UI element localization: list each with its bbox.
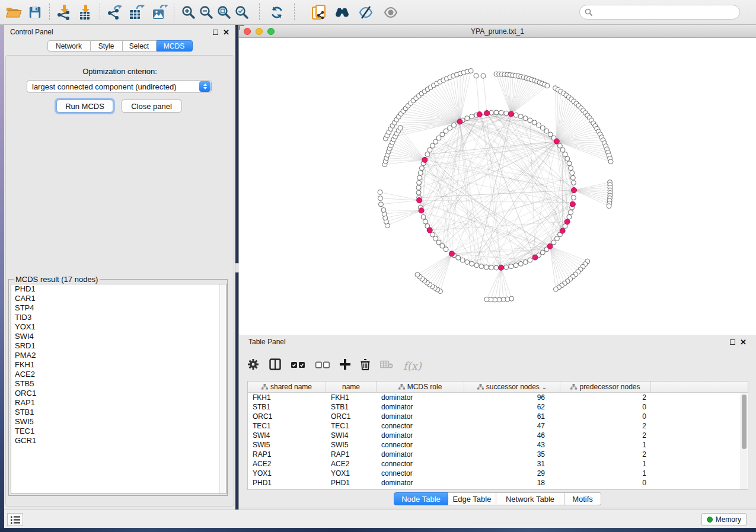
table-row[interactable]: SWI5SWI5connector431 <box>248 440 748 450</box>
network-document-icon[interactable] <box>310 4 328 21</box>
task-history-button[interactable] <box>7 513 23 526</box>
table-cell: 2 <box>560 450 651 459</box>
table-cell: dominator <box>377 479 464 487</box>
refresh-icon[interactable] <box>268 4 286 21</box>
show-details-icon[interactable] <box>382 4 400 21</box>
tab-style[interactable]: Style <box>91 40 123 52</box>
table-cell: ORC1 <box>326 412 377 421</box>
mcds-list-item[interactable]: YOX1 <box>11 322 226 332</box>
column-selector-icon[interactable] <box>269 358 281 373</box>
table-scrollbar-track[interactable] <box>741 393 747 489</box>
export-image-icon[interactable] <box>151 4 168 21</box>
table-cell: TEC1 <box>248 422 326 430</box>
table-cell: FKH1 <box>248 393 326 402</box>
table-row[interactable]: ORC1ORC1dominator610 <box>248 412 748 421</box>
tab-network-table[interactable]: Network Table <box>496 492 564 505</box>
table-cell: connector <box>377 422 464 430</box>
mcds-list-item[interactable]: STB5 <box>11 379 226 389</box>
table-row[interactable]: RAP1RAP1dominator352 <box>248 450 748 459</box>
tab-mcds[interactable]: MCDS <box>157 40 193 52</box>
table-row[interactable]: FKH1FKH1dominator962 <box>248 393 748 402</box>
tab-node-table[interactable]: Node Table <box>394 492 448 505</box>
table-row[interactable]: ACE2ACE2connector311 <box>248 459 748 469</box>
mcds-list-item[interactable]: TEC1 <box>11 427 226 436</box>
delete-icon[interactable] <box>361 359 370 373</box>
tab-edge-table[interactable]: Edge Table <box>448 492 496 505</box>
mcds-list-item[interactable]: SRD1 <box>11 341 226 351</box>
table-row[interactable]: TEC1TEC1connector472 <box>248 421 748 431</box>
deselect-all-icon[interactable] <box>315 360 330 371</box>
table-cell: 35 <box>464 450 560 459</box>
table-cell: PHD1 <box>326 479 377 487</box>
mcds-list-item[interactable]: CAR1 <box>11 294 226 303</box>
zoom-selected-icon[interactable] <box>233 4 251 21</box>
table-cell: 1 <box>560 441 651 449</box>
list-scrollbar-track[interactable] <box>219 284 226 493</box>
hide-details-icon[interactable] <box>357 4 375 21</box>
table-row[interactable]: SWI4SWI4dominator462 <box>248 431 748 440</box>
run-mcds-button[interactable]: Run MCDS <box>56 100 113 113</box>
mcds-list-item[interactable]: PHD1 <box>11 284 226 294</box>
network-window-titlebar[interactable]: YPA_prune.txt_1 <box>239 25 756 38</box>
table-row[interactable]: PHD1PHD1dominator180 <box>248 478 748 488</box>
mcds-list-item[interactable]: ACE2 <box>11 370 226 379</box>
zoom-out-icon[interactable] <box>197 4 215 21</box>
mcds-list-item[interactable]: ORC1 <box>11 389 226 398</box>
float-panel-icon[interactable] <box>213 30 218 35</box>
search-input[interactable] <box>579 5 740 20</box>
column-header-predecessor-nodes[interactable]: predecessor nodes <box>560 382 651 392</box>
add-icon[interactable] <box>340 359 350 372</box>
zoom-in-icon[interactable] <box>180 4 197 21</box>
mcds-result-list[interactable]: PHD1CAR1STP4TID3YOX1SWI4SRD1PMA2FKH1ACE2… <box>11 284 227 494</box>
table-cell: 1 <box>560 460 651 468</box>
toolbar-separator <box>100 4 100 21</box>
column-header-shared-name[interactable]: shared name <box>248 382 326 392</box>
gear-icon[interactable] <box>247 358 259 373</box>
close-panel-button[interactable]: Close panel <box>121 100 182 113</box>
column-header-MCDS-role[interactable]: MCDS role <box>377 382 464 392</box>
table-scrollbar-thumb[interactable] <box>742 395 747 449</box>
tab-motifs[interactable]: Motifs <box>564 492 601 505</box>
table-cell: PHD1 <box>248 479 326 487</box>
mcds-list-item[interactable]: STB1 <box>11 408 226 417</box>
tab-select[interactable]: Select <box>123 40 157 52</box>
mcds-result-fieldset: MCDS result (17 nodes) PHD1CAR1STP4TID3Y… <box>8 279 228 496</box>
mcds-list-item[interactable]: TID3 <box>11 313 226 322</box>
import-table-icon[interactable] <box>76 4 94 21</box>
mcds-list-item[interactable]: SWI5 <box>11 417 226 427</box>
table-cell: dominator <box>377 403 464 411</box>
table-row[interactable]: STB1STB1dominator620 <box>248 402 748 412</box>
export-network-icon[interactable] <box>106 4 123 21</box>
optimization-criterion-select[interactable]: largest connected component (undirected) <box>27 80 212 93</box>
close-panel-icon[interactable]: ✕ <box>740 339 747 345</box>
zoom-fit-icon[interactable] <box>215 4 233 21</box>
import-network-icon[interactable] <box>55 4 73 21</box>
toolbar-separator <box>174 4 174 21</box>
table-cell: 62 <box>464 403 560 411</box>
close-panel-icon[interactable]: ✕ <box>223 30 229 35</box>
focus-corner-marker <box>239 25 244 30</box>
table-cell: dominator <box>377 431 464 440</box>
open-folder-icon[interactable] <box>5 4 23 21</box>
column-header-name[interactable]: name <box>326 382 377 392</box>
mcds-list-item[interactable]: FKH1 <box>11 360 226 370</box>
mcds-list-item[interactable]: GCR1 <box>11 436 226 446</box>
memory-button[interactable]: Memory <box>701 513 747 526</box>
table-header-row: shared namenameMCDS rolesuccessor nodes⌄… <box>248 382 748 393</box>
column-header-successor-nodes[interactable]: successor nodes⌄ <box>464 382 560 392</box>
select-all-icon[interactable] <box>291 360 305 371</box>
mcds-list-item[interactable]: STP4 <box>11 303 226 313</box>
table-row[interactable]: YOX1YOX1connector291 <box>248 469 748 478</box>
tab-network[interactable]: Network <box>47 40 91 52</box>
table-cell: ORC1 <box>248 412 326 421</box>
mcds-list-item[interactable]: SWI4 <box>11 332 226 341</box>
table-cell: SWI4 <box>326 431 377 440</box>
save-icon[interactable] <box>26 4 44 21</box>
export-table-icon[interactable] <box>127 4 145 21</box>
binoculars-icon[interactable] <box>333 4 351 21</box>
network-canvas[interactable] <box>239 38 756 335</box>
mcds-list-item[interactable]: RAP1 <box>11 398 226 408</box>
network-window-title: YPA_prune.txt_1 <box>239 27 756 36</box>
float-panel-icon[interactable] <box>730 339 735 345</box>
mcds-list-item[interactable]: PMA2 <box>11 351 226 360</box>
